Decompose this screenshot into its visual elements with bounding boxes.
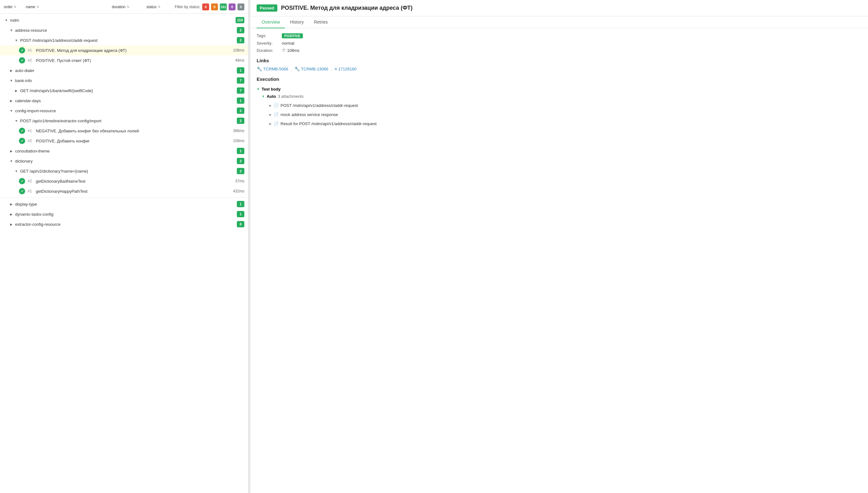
link-label-1: TCRMB-5066 [263, 67, 288, 71]
tree-label-bank-info: bank-info [15, 78, 237, 83]
tab-overview[interactable]: Overview [257, 16, 285, 28]
tree-row-calendar-days[interactable]: ▶ calendar-days 1 [0, 95, 248, 106]
filter-badge-orange[interactable]: 0 [211, 3, 218, 10]
severity-label: Severity: [257, 41, 282, 46]
chevron-down-icon-post: ▼ [14, 38, 19, 43]
test-body-label: Test body [262, 87, 280, 91]
tree-row-post-address[interactable]: ▼ POST /mdm/api/v1/address/claddr-reques… [0, 35, 248, 45]
link-tcrmb5066[interactable]: 🔧 TCRMB-5066 [257, 66, 288, 71]
detail-content: Tags: POSITIVE Severity: normal Duration… [250, 28, 868, 493]
tree-row-post-timeline[interactable]: ▼ POST /api/v1/timeline/extractor-config… [0, 116, 248, 126]
tab-retries[interactable]: Retries [309, 16, 333, 28]
tree-row-mdm[interactable]: ▼ mdm 159 [0, 15, 248, 25]
col-duration-header[interactable]: duration ⇅ [112, 5, 147, 9]
col-name-header[interactable]: name ⇅ [26, 5, 112, 9]
tree-label-display-type: display-type [15, 202, 237, 207]
tree-label-mdm: mdm [10, 18, 236, 23]
tree-row-test2[interactable]: #2 POSITIVE. Пустой ответ (ФТ) 49ms [0, 55, 248, 65]
tree-row-extractor[interactable]: ▶ extractor-config-resource 8 [0, 219, 248, 229]
tree-row-pos2[interactable]: #2 POSITIVE. Добавить конфиг 159ms [0, 136, 248, 146]
right-title: POSITIVE. Метод для кладризации адреса (… [281, 5, 412, 11]
tree-row-display-type[interactable]: ▶ display-type 1 [0, 199, 248, 209]
link-tcrmb13066[interactable]: 🔧 TCRMB-13066 [294, 66, 328, 71]
duration-label-key: Duration: [257, 48, 282, 53]
status-label: status [147, 5, 156, 9]
tree-row-consultation[interactable]: ▶ consultation-theme 1 [0, 146, 248, 156]
tree-label-dictionary: dictionary [15, 159, 237, 164]
test-number-pos2: #2 [28, 139, 34, 143]
tree-label-post-timeline: POST /api/v1/timeline/extractor-config/i… [20, 119, 237, 123]
test-number-dict-happy: #1 [28, 189, 34, 193]
left-panel: order ⇅ name ⇅ duration ⇅ status ⇅ Filte… [0, 0, 249, 493]
tree-count-get-bank: 7 [237, 87, 245, 94]
tree-row-neg1[interactable]: #1 NEGATIVE. Добавить конфиг без обязате… [0, 126, 248, 136]
col-status-header[interactable]: status ⇅ [147, 5, 175, 9]
filter-label: Filter by status: [175, 5, 200, 9]
link-label-2: TCRMB-13066 [301, 67, 328, 71]
tree-count-extractor: 8 [237, 221, 245, 227]
tree-label-auto-dialer: auto-dialer [15, 68, 237, 73]
attachment-row-3[interactable]: ▶ 📄 Result for POST /mdm/api/v1/address/… [267, 120, 862, 128]
tree-label-pos2: POSITIVE. Добавить конфиг [36, 139, 223, 143]
test-number-1: #1 [28, 48, 34, 52]
attachment-row-1[interactable]: ▶ 📄 POST /mdm/api/v1/address/claddr-requ… [267, 101, 862, 110]
tab-history[interactable]: History [285, 16, 309, 28]
tags-label: Tags: [257, 33, 282, 38]
chevron-down-testbody-icon: ▼ [257, 87, 260, 91]
filter-badge-purple[interactable]: 0 [229, 3, 236, 10]
chevron-down-icon-timeline: ▼ [14, 118, 19, 123]
attachment-label-2: mock address service response [280, 112, 338, 117]
right-panel: Passed POSITIVE. Метод для кладризации а… [250, 0, 868, 493]
chevron-right-icon-display: ▶ [9, 201, 14, 207]
filter-badge-red[interactable]: 0 [202, 3, 209, 10]
chevron-down-icon-bank: ▼ [9, 78, 14, 83]
tree-row-config-import[interactable]: ▼ config-import-resource 2 [0, 106, 248, 116]
tree-row-get-dict[interactable]: ▼ GET /api/v2/dictionary?name={name} 2 [0, 166, 248, 176]
tree-row-auto-dialer[interactable]: ▶ auto-dialer 1 [0, 65, 248, 76]
col-order-header[interactable]: order ⇅ [4, 5, 26, 9]
execution-section: ▼ Test body ▼ Auto 3 attachments ▶ 📄 POS… [257, 87, 862, 128]
attachment-row-2[interactable]: ▶ 📄 mock address service response [267, 110, 862, 119]
chevron-down-icon: ▼ [4, 18, 9, 23]
tree-row-get-bank[interactable]: ▶ GET /mdm/api/v1/bank/swift/{swiftCode}… [0, 86, 248, 95]
test-body-row[interactable]: ▼ Test body [257, 87, 862, 91]
bug-icon-2: 🔧 [294, 66, 300, 71]
execution-title: Execution [257, 77, 862, 82]
name-label: name [26, 5, 35, 9]
tree-row-dictionary[interactable]: ▼ dictionary 2 [0, 156, 248, 166]
tree-label-get-dict: GET /api/v2/dictionary?name={name} [20, 169, 237, 174]
link-17126160[interactable]: ≡ 17126160 [334, 66, 356, 71]
tree-row-dict-happy[interactable]: #1 getDictionaryHappyPathTest 432ms [0, 186, 248, 196]
tree-label-address-resource: address-resource [15, 28, 237, 33]
chevron-down-auto-icon: ▼ [262, 95, 265, 98]
tree-row-dynamic-tasks[interactable]: ▶ dynamic-tasks-config 1 [0, 209, 248, 219]
tree-row-test1[interactable]: #1 POSITIVE. Метод для кладризации адрес… [0, 45, 248, 55]
tags-row: Tags: POSITIVE [257, 33, 862, 38]
chevron-right-icon-consult: ▶ [9, 148, 14, 153]
test-number-neg1: #1 [28, 129, 34, 133]
chevron-right-icon-bank: ▶ [14, 88, 19, 93]
duration-dict-bad: 37ms [223, 179, 245, 183]
tree-row-dict-bad[interactable]: #2 getDictionaryBadNameTest 37ms [0, 176, 248, 186]
tree-label-get-bank: GET /mdm/api/v1/bank/swift/{swiftCode} [20, 88, 237, 93]
tree-count-calendar: 1 [237, 98, 245, 104]
doc-icon-2: 📄 [274, 112, 279, 117]
attachment-label-3: Result for POST /mdm/api/v1/address/clad… [280, 121, 377, 126]
duration-neg1: 366ms [223, 129, 245, 133]
auto-row[interactable]: ▼ Auto 3 attachments [262, 94, 862, 99]
filter-badge-green[interactable]: 161 [220, 3, 227, 10]
tree-row-bank-info[interactable]: ▼ bank-info 7 [0, 76, 248, 86]
severity-value: normal [282, 41, 294, 46]
filter-badge-dark[interactable]: 0 [237, 3, 245, 10]
link-label-3: 17126160 [338, 67, 357, 71]
links-row: 🔧 TCRMB-5066 , 🔧 TCRMB-13066 , ≡ 1712616… [257, 66, 862, 71]
tree-label-test2: POSITIVE. Пустой ответ (ФТ) [36, 58, 223, 63]
filter-section: Filter by status: 0 0 161 0 0 [175, 3, 245, 10]
table-header: order ⇅ name ⇅ duration ⇅ status ⇅ Filte… [0, 0, 248, 14]
duration-row: Duration: ⏱ 108ms [257, 48, 862, 53]
duration-value: 108ms [287, 48, 299, 53]
tree-count-auto: 1 [237, 67, 245, 73]
order-sort-icon: ⇅ [14, 5, 16, 8]
tree-row-address-resource[interactable]: ▼ address-resource 2 [0, 25, 248, 35]
chevron-right-att2-icon: ▶ [269, 113, 272, 116]
